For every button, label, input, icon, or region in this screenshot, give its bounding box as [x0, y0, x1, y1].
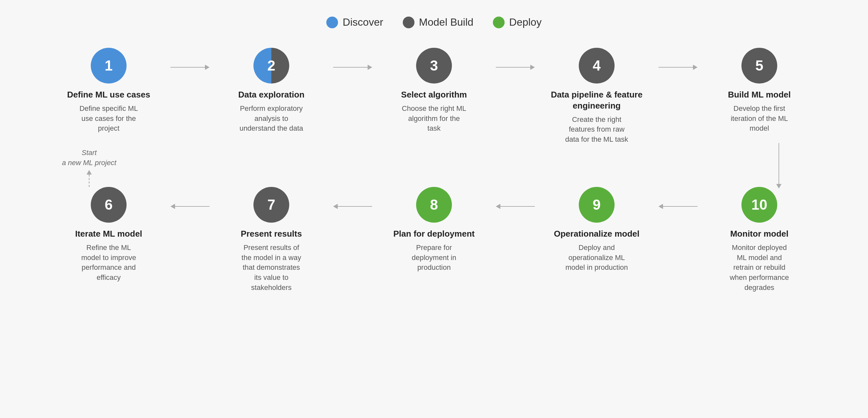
step-10-circle: 10 — [741, 187, 777, 223]
legend-item-discover: Discover — [326, 16, 383, 28]
deploy-label: Deploy — [509, 16, 542, 28]
step-1-circle: 1 — [91, 48, 127, 83]
step-6-title: Iterate ML model — [75, 229, 142, 240]
step-8-circle: 8 — [416, 187, 452, 223]
step-5-desc: Develop the first iteration of the ML mo… — [727, 104, 792, 134]
step-4: 4 Data pipeline & feature engineering Cr… — [535, 48, 658, 145]
step-9-desc: Deploy and operationalize ML model in pr… — [564, 243, 629, 273]
step-10: 10 Monitor model Monitor deployed ML mod… — [698, 187, 821, 293]
step-4-desc: Create the right features from raw data … — [564, 115, 629, 145]
step-1: 1 Define ML use cases Define specific ML… — [47, 48, 170, 134]
step-6: 6 Iterate ML model Refine the ML model t… — [47, 187, 170, 283]
arrow-6-7 — [170, 187, 210, 209]
step-10-desc: Monitor deployed ML model and retrain or… — [727, 243, 792, 293]
step-6-circle: 6 — [91, 187, 127, 223]
arrow-2-3 — [333, 48, 372, 70]
arrowhead-up — [87, 170, 92, 175]
arrowhead-down — [776, 184, 781, 188]
legend-item-model-build: Model Build — [403, 16, 473, 28]
step-2: 2 Data exploration Perform exploratory a… — [210, 48, 333, 134]
diagram-container: 1 Define ML use cases Define specific ML… — [27, 48, 841, 293]
step-8: 8 Plan for deployment Prepare for deploy… — [372, 187, 496, 273]
step-3-desc: Choose the right ML algorithm for the ta… — [401, 104, 467, 134]
step-4-circle: 4 — [579, 48, 615, 83]
step-10-title: Monitor model — [730, 229, 788, 240]
v-arrow-down — [776, 143, 781, 188]
step-8-desc: Prepare for deployment in production — [401, 243, 467, 273]
step-7-circle: 7 — [253, 187, 289, 223]
step-8-title: Plan for deployment — [393, 229, 475, 240]
middle-connectors: Starta new ML project — [27, 145, 841, 187]
right-middle — [717, 145, 841, 187]
step-9-circle: 9 — [579, 187, 615, 223]
deploy-dot — [493, 16, 505, 28]
step-1-desc: Define specific ML use cases for the pro… — [76, 104, 141, 134]
step-9: 9 Operationalize model Deploy and operat… — [535, 187, 658, 273]
arrow-7-8 — [333, 187, 372, 209]
discover-label: Discover — [343, 16, 383, 28]
step-3-title: Select algorithm — [401, 90, 467, 100]
arrow-4-5 — [658, 48, 698, 70]
model-build-dot — [403, 16, 414, 28]
step-3-circle: 3 — [416, 48, 452, 83]
step-7: 7 Present results Present results of the… — [210, 187, 333, 293]
step-4-title: Data pipeline & feature engineering — [535, 90, 658, 111]
step-5-title: Build ML model — [728, 90, 790, 100]
arrow-3-4 — [496, 48, 535, 70]
model-build-label: Model Build — [419, 16, 473, 28]
start-label: Starta new ML project — [62, 148, 116, 168]
step-9-title: Operationalize model — [554, 229, 640, 240]
step-7-desc: Present results of the model in a way th… — [239, 243, 304, 293]
step-6-desc: Refine the ML model to improve performan… — [76, 243, 141, 283]
step-1-title: Define ML use cases — [67, 90, 150, 100]
dashed-line — [89, 175, 90, 187]
arrow-1-2 — [170, 48, 210, 70]
legend-item-deploy: Deploy — [493, 16, 542, 28]
step-2-title: Data exploration — [238, 90, 305, 100]
dashed-arrow-up — [87, 170, 92, 187]
arrow-9-10 — [658, 187, 698, 209]
top-row: 1 Define ML use cases Define specific ML… — [27, 48, 841, 145]
step-2-circle: 2 — [253, 48, 289, 83]
step-5-circle: 5 — [741, 48, 777, 83]
step-2-desc: Perform exploratory analysis to understa… — [239, 104, 304, 134]
bottom-row: 10 Monitor model Monitor deployed ML mod… — [27, 187, 841, 293]
arrow-8-9 — [496, 187, 535, 209]
step-7-title: Present results — [241, 229, 302, 240]
discover-dot — [326, 16, 338, 28]
v-arrow-line — [778, 143, 779, 184]
legend: Discover Model Build Deploy — [326, 16, 541, 28]
step-3: 3 Select algorithm Choose the right ML a… — [372, 48, 496, 134]
left-middle: Starta new ML project — [27, 145, 151, 187]
step-5: 5 Build ML model Develop the first itera… — [698, 48, 821, 134]
